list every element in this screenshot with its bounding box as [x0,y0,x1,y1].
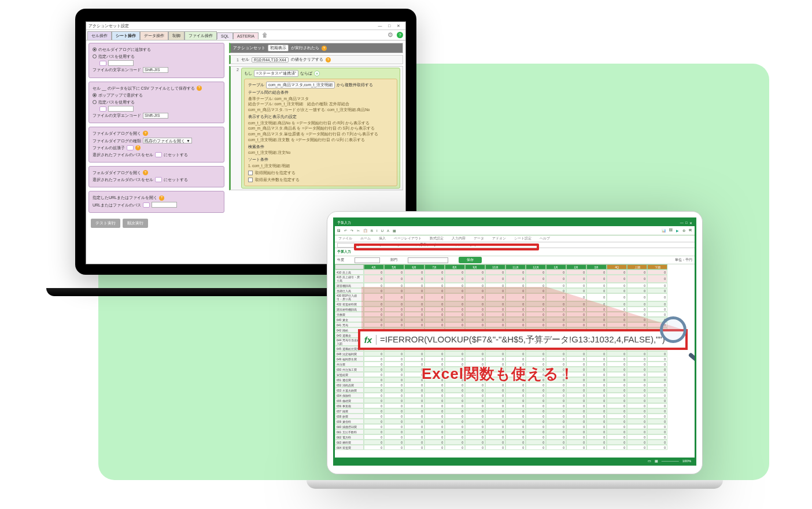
menu-item[interactable]: ホーム [360,236,371,241]
view-icon[interactable]: ▦ [655,459,658,463]
cond-token[interactable]: =ステータス="連携済" [254,70,298,77]
menu-item[interactable]: ヘルプ [540,236,550,241]
spreadsheet[interactable]: 予算入力 年度 部門 保存 単位：千円 4月5月6月7月8月9月10月11月12… [335,248,695,458]
formula-zoom-text: =IFERROR(VLOOKUP($F7&"-"&H$5,予算データ!G13:J… [377,334,685,345]
ribbon-icon[interactable]: ⚙ [682,228,685,233]
script-line[interactable]: 1 セル R10:R44,T10:X44 の値をクリアする ? [229,55,403,64]
dept-input[interactable] [408,257,448,263]
cell-chip[interactable] [155,177,162,182]
menu-item[interactable]: 数式設定 [430,236,444,241]
menu-item[interactable]: ファイル [338,236,352,241]
tab-sql[interactable]: SQL [217,32,233,39]
year-input[interactable] [355,257,380,263]
close-button[interactable]: ✕ [394,24,403,28]
radio-popup-2[interactable] [93,93,97,97]
formula-zoom: fx =IFERROR(VLOOKUP($F7&"-"&H$5,予算データ!G1… [358,329,688,350]
hint-icon[interactable]: ? [143,170,148,175]
ribbon-icon[interactable]: ↷ [350,228,353,233]
ribbon-icon[interactable]: B [371,229,373,233]
cell-chip[interactable] [143,202,150,208]
block-folder-dialog[interactable]: フォルダダイアログを開く? 選択されたフォルダのパスをセルにセットする [88,166,224,187]
ribbon-icon[interactable]: 🛠 [689,228,692,233]
tab-asteria[interactable]: ASTERIA [233,32,259,39]
radio-popup[interactable] [93,47,97,51]
cell-chip[interactable] [99,61,106,66]
help-icon[interactable]: ? [397,32,403,38]
hint-icon[interactable]: ? [159,196,164,201]
hint-icon[interactable]: ? [322,46,327,51]
script-header: アクションセット 初期表示 が実行されたら ? [229,43,403,53]
ribbon-icon[interactable]: 🖫 [337,229,341,233]
path-input[interactable] [108,60,134,66]
hint-icon[interactable]: ? [135,145,141,150]
magnifier-icon [660,316,695,357]
maximize-button[interactable]: □ [385,24,394,28]
min-icon[interactable]: — [680,221,684,224]
tab-file[interactable]: ファイル操作 [184,31,217,40]
encoding-select-2[interactable]: Shift-JIS [143,113,168,119]
ribbon-icon[interactable]: ↶ [344,228,347,233]
category-tabs: セル操作 シート操作 データ操作 制御 ファイル操作 SQL ASTERIA 🗑… [86,30,405,40]
hint-icon[interactable]: ? [197,86,202,91]
highlight-cone [361,287,685,330]
ribbon-icon[interactable]: U [381,229,383,233]
cell-chip[interactable] [99,106,106,112]
ribbon-icon[interactable]: 📊 [662,228,666,233]
ribbon-icons: 🖫↶↷ ✂📋 BIU A▦ 📊🖼 ▶ ⚙ 🛠 [335,226,695,235]
checkbox[interactable] [248,178,253,182]
excel-window: 予算入力 — □ ✕ 🖫↶↷ ✂📋 BIU A▦ 📊🖼 ▶ ⚙ 🛠 ファイル ホ… [333,217,696,466]
test-run-button[interactable]: テスト実行 [91,219,120,228]
ribbon-icon[interactable]: I [377,229,378,233]
fx-label: fx [360,335,377,345]
step-run-button[interactable]: 順次実行 [123,219,148,228]
ribbon-icon[interactable]: 📋 [363,228,367,233]
menu-item[interactable]: ページレイアウト [394,236,422,241]
ribbon-icon[interactable]: ▦ [393,228,396,233]
menu-item[interactable]: シート設定 [514,236,532,241]
overlay-caption: Excel関数も使える！ [422,364,575,384]
script-line[interactable]: 2 もし =ステータス="連携済" ならば + テーブル [229,66,403,190]
block-open-url[interactable]: 指定したURLまたはファイルを開く? URLまたはファイルのパス [88,191,224,212]
menu-item[interactable]: 入力内容 [452,236,466,241]
ribbon-icon[interactable]: 🖼 [669,228,673,233]
add-icon[interactable]: + [314,71,320,76]
dialog-type-select[interactable]: 既存のファイルを開く ▼ [143,138,192,143]
view-icon[interactable]: ▭ [648,459,651,463]
trash-icon[interactable]: 🗑 [262,32,268,38]
zoom-level[interactable]: 100% [682,459,691,463]
block-csv-1[interactable]: のセルダイアログに追加する 指定パスを使用する ファイルの文字エンコードShif… [88,43,224,78]
menu-item[interactable]: アドオン [492,236,506,241]
radio-path-2[interactable] [93,100,97,104]
tab-sheet[interactable]: シート操作 [112,31,140,40]
save-button[interactable]: 保存 [459,257,482,263]
close-icon[interactable]: ✕ [689,221,692,225]
menu-row: ファイル ホーム 挿入 ページレイアウト 数式設定 入力内容 データ アドオン … [335,235,695,242]
window-titlebar: アクションセット設定 — □ ✕ [86,22,405,30]
radio-path[interactable] [93,54,97,58]
hint-icon[interactable]: ? [143,131,148,136]
cell-chip[interactable] [155,152,162,157]
url-input[interactable] [152,202,177,208]
tab-data[interactable]: データ操作 [140,31,168,40]
menu-item[interactable]: データ [474,236,484,241]
minimize-button[interactable]: — [375,24,385,28]
path-input-2[interactable] [108,106,134,112]
excel-title: 予算入力 [337,220,351,226]
gear-icon[interactable]: ⚙ [387,31,393,39]
hint-icon[interactable]: ? [326,57,331,62]
cell-chip[interactable] [127,145,134,150]
cell-ref-token[interactable]: R10:R44,T10:X44 [252,57,289,62]
ribbon-icon[interactable]: A [387,229,389,233]
checkbox[interactable] [248,171,253,175]
max-icon[interactable]: □ [685,221,688,224]
block-csv-2[interactable]: セル __ のデータを以下に CSV ファイルとして保存する? ポップアップで選… [88,82,224,124]
block-file-dialog[interactable]: ファイルダイアログを開く? ファイルダイアログの種類既存のファイルを開く ▼ フ… [88,127,224,163]
tab-cell[interactable]: セル操作 [87,31,112,40]
ribbon-icon[interactable]: ▶ [676,228,679,233]
encoding-select[interactable]: Shift-JIS [143,67,168,73]
name-box[interactable] [337,243,355,248]
table-token[interactable]: com_m_商品マスタ,com_t_注文明細 [266,82,335,88]
ribbon-icon[interactable]: ✂ [357,228,360,233]
tab-control[interactable]: 制御 [168,31,184,40]
menu-item[interactable]: 挿入 [379,236,386,241]
